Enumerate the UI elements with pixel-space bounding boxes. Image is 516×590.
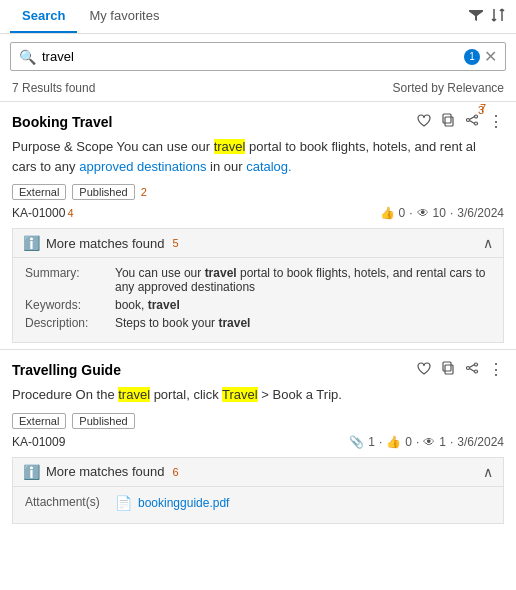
footer-row-1: KA-010004 👍 0 · 👁 10 · 3/6/2024 — [12, 206, 504, 220]
sort-icon[interactable] — [490, 7, 506, 26]
expand-row-2[interactable]: ℹ️ More matches found 6 ∧ — [12, 457, 504, 487]
link-approved: approved destinations — [79, 159, 206, 174]
copy-icon-2[interactable] — [440, 360, 456, 379]
tag-published-2: Published — [72, 413, 134, 429]
search-badge: 1 — [464, 49, 480, 65]
like-stat-icon-1: 👍 — [380, 206, 395, 220]
match-row-summary: Summary: You can use our travel portal t… — [25, 266, 491, 294]
attachment-label: Attachment(s) — [25, 495, 105, 511]
like-count-2: 0 — [405, 435, 412, 449]
keywords-label: Keywords: — [25, 298, 105, 312]
sort-label: Sorted by Relevance — [393, 81, 504, 95]
match-row-attachment: Attachment(s) 📄 bookingguide.pdf — [25, 495, 491, 511]
stats-2: 📎 1 · 👍 0 · 👁 1 · 3/6/2024 — [349, 435, 504, 449]
view-stat-icon-2: 👁 — [423, 435, 435, 449]
filter-icon[interactable] — [468, 7, 484, 26]
result-body-2: Procedure On the travel portal, click Tr… — [12, 385, 504, 405]
svg-rect-1 — [443, 114, 451, 123]
tag-external-2: External — [12, 413, 66, 429]
expand-label-2: More matches found — [46, 464, 165, 479]
search-bar: 🔍 1 ✕ — [10, 42, 506, 71]
link-catalog: catalog. — [246, 159, 292, 174]
summary-value: You can use our travel portal to book fl… — [115, 266, 491, 294]
more-icon-2[interactable]: ⋮ — [488, 360, 504, 379]
svg-line-3 — [470, 121, 475, 124]
share-icon-2[interactable] — [464, 360, 480, 379]
share-icon-1[interactable]: 3 — [464, 112, 480, 131]
expand-num-2: 6 — [173, 466, 179, 478]
chevron-up-icon-2: ∧ — [483, 464, 493, 480]
result-card-1: Booking Travel 7 3 ⋮ Purpose & Scope You… — [0, 101, 516, 343]
info-icon-2: ℹ️ — [23, 464, 40, 480]
view-stat-icon-1: 👁 — [417, 206, 429, 220]
search-input[interactable] — [42, 49, 460, 64]
highlight-Travel-2: Travel — [222, 387, 258, 402]
expand-label-1: More matches found — [46, 236, 165, 251]
article-id-2: KA-01009 — [12, 435, 65, 449]
like-count-1: 0 — [399, 206, 406, 220]
tab-search[interactable]: Search — [10, 0, 77, 33]
tag-num-1: 2 — [141, 186, 147, 198]
keywords-value: book, travel — [115, 298, 180, 312]
svg-line-7 — [470, 369, 475, 372]
attachment-value: 📄 bookingguide.pdf — [115, 495, 229, 511]
footer-row-2: KA-01009 📎 1 · 👍 0 · 👁 1 · 3/6/2024 — [12, 435, 504, 449]
highlight-travel-2: travel — [118, 387, 150, 402]
results-count: 7 Results found — [12, 81, 95, 95]
svg-line-2 — [470, 117, 475, 120]
attachment-count-2: 1 — [368, 435, 375, 449]
like-icon-1[interactable] — [416, 112, 432, 131]
expand-num-1: 5 — [173, 237, 179, 249]
tag-published-1: Published — [72, 184, 134, 200]
info-icon-1: ℹ️ — [23, 235, 40, 251]
view-count-1: 10 — [433, 206, 446, 220]
date-2: 3/6/2024 — [457, 435, 504, 449]
pdf-icon: 📄 — [115, 495, 132, 511]
description-label: Description: — [25, 316, 105, 330]
like-icon-2[interactable] — [416, 360, 432, 379]
article-id-1: KA-010004 — [12, 206, 74, 220]
tabs-container: Search My favorites — [0, 0, 516, 34]
attachment-filename[interactable]: bookingguide.pdf — [138, 496, 229, 510]
match-row-keywords: Keywords: book, travel — [25, 298, 491, 312]
svg-line-6 — [470, 365, 475, 368]
svg-rect-4 — [445, 365, 453, 374]
clear-icon[interactable]: ✕ — [484, 47, 497, 66]
like-stat-icon-2: 👍 — [386, 435, 401, 449]
svg-rect-0 — [445, 117, 453, 126]
result-body-1: Purpose & Scope You can use our travel p… — [12, 137, 504, 176]
search-icon: 🔍 — [19, 49, 36, 65]
attachment-icon-2: 📎 — [349, 435, 364, 449]
chevron-up-icon-1: ∧ — [483, 235, 493, 251]
result-card-2: Travelling Guide ⋮ Procedure On the trav… — [0, 349, 516, 524]
date-1: 3/6/2024 — [457, 206, 504, 220]
highlight-travel-1: travel — [214, 139, 246, 154]
expand-row-1[interactable]: ℹ️ More matches found 5 ∧ — [12, 228, 504, 258]
summary-label: Summary: — [25, 266, 105, 294]
view-count-2: 1 — [439, 435, 446, 449]
num3-badge: 3 — [478, 104, 484, 116]
svg-rect-5 — [443, 362, 451, 371]
tag-external-1: External — [12, 184, 66, 200]
match-details-1: Summary: You can use our travel portal t… — [12, 258, 504, 343]
copy-icon-1[interactable] — [440, 112, 456, 131]
tab-favorites[interactable]: My favorites — [77, 0, 171, 33]
result-title-1: Booking Travel — [12, 114, 112, 130]
match-details-2: Attachment(s) 📄 bookingguide.pdf — [12, 487, 504, 524]
match-row-description: Description: Steps to book your travel — [25, 316, 491, 330]
more-icon-1[interactable]: ⋮ — [488, 112, 504, 131]
tags-row-1: External Published 2 — [12, 184, 504, 200]
result-title-2: Travelling Guide — [12, 362, 121, 378]
tags-row-2: External Published — [12, 413, 504, 429]
meta-row: 7 Results found Sorted by Relevance — [0, 79, 516, 101]
stats-1: 👍 0 · 👁 10 · 3/6/2024 — [380, 206, 504, 220]
description-value: Steps to book your travel — [115, 316, 250, 330]
